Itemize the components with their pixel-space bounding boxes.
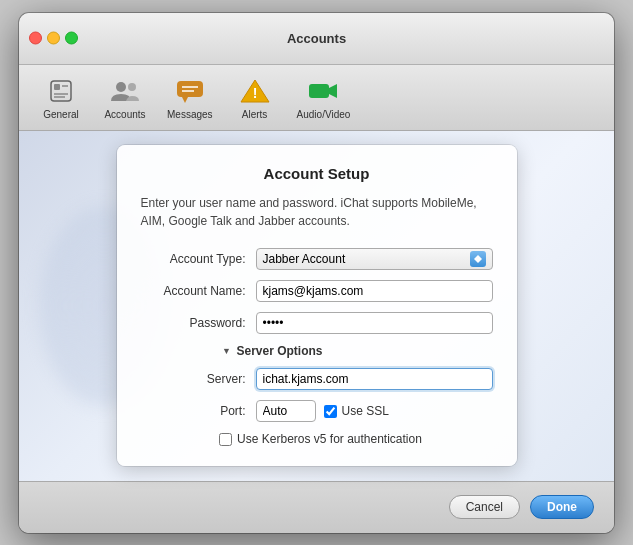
disclosure-triangle-icon: ▼: [221, 345, 233, 357]
account-type-value: Jabber Account: [263, 252, 470, 266]
account-name-input[interactable]: [256, 280, 493, 302]
window-title: Accounts: [287, 31, 346, 46]
kerberos-row: Use Kerberos v5 for authentication: [141, 432, 493, 446]
kerberos-checkbox[interactable]: [219, 433, 232, 446]
account-name-label: Account Name:: [141, 284, 256, 298]
svg-point-5: [116, 82, 126, 92]
audiovideo-icon: [307, 75, 339, 107]
server-label: Server:: [141, 372, 256, 386]
port-label: Port:: [141, 404, 256, 418]
server-options-toggle[interactable]: ▼ Server Options: [141, 344, 493, 358]
port-ssl-row: Port: Use SSL: [141, 400, 493, 422]
svg-rect-7: [177, 81, 203, 97]
svg-marker-15: [474, 255, 482, 259]
setup-title: Account Setup: [141, 165, 493, 182]
titlebar: Accounts: [19, 13, 614, 65]
toolbar-item-messages[interactable]: Messages: [159, 71, 221, 124]
svg-point-6: [128, 83, 136, 91]
maximize-button[interactable]: [65, 32, 78, 45]
password-input[interactable]: [256, 312, 493, 334]
password-label: Password:: [141, 316, 256, 330]
main-content: Account Setup Enter your user name and p…: [19, 131, 614, 481]
account-name-row: Account Name:: [141, 280, 493, 302]
svg-marker-14: [329, 84, 337, 98]
select-arrow-icon: [470, 251, 486, 267]
account-type-row: Account Type: Jabber Account: [141, 248, 493, 270]
setup-description: Enter your user name and password. iChat…: [141, 194, 493, 230]
kerberos-text: Use Kerberos v5 for authentication: [237, 432, 422, 446]
toolbar: General Accounts: [19, 65, 614, 131]
svg-rect-0: [51, 81, 71, 101]
port-input[interactable]: [256, 400, 316, 422]
toolbar-label-accounts: Accounts: [104, 109, 145, 120]
account-type-label: Account Type:: [141, 252, 256, 266]
svg-rect-13: [309, 84, 329, 98]
alerts-icon: !: [239, 75, 271, 107]
done-button[interactable]: Done: [530, 495, 594, 519]
close-button[interactable]: [29, 32, 42, 45]
bottom-bar: Cancel Done: [19, 481, 614, 533]
svg-marker-16: [474, 259, 482, 263]
use-ssl-label[interactable]: Use SSL: [324, 404, 389, 418]
main-window: Accounts General: [19, 13, 614, 533]
toolbar-item-accounts[interactable]: Accounts: [95, 71, 155, 124]
svg-marker-8: [182, 97, 188, 103]
cancel-button[interactable]: Cancel: [449, 495, 520, 519]
password-row: Password:: [141, 312, 493, 334]
server-row: Server:: [141, 368, 493, 390]
server-input[interactable]: [256, 368, 493, 390]
server-options-label: Server Options: [237, 344, 323, 358]
toolbar-label-general: General: [43, 109, 79, 120]
setup-card: Account Setup Enter your user name and p…: [117, 145, 517, 466]
use-ssl-text: Use SSL: [342, 404, 389, 418]
toolbar-label-audiovideo: Audio/Video: [297, 109, 351, 120]
toolbar-item-audiovideo[interactable]: Audio/Video: [289, 71, 359, 124]
toolbar-item-general[interactable]: General: [31, 71, 91, 124]
toolbar-label-alerts: Alerts: [242, 109, 268, 120]
toolbar-label-messages: Messages: [167, 109, 213, 120]
svg-text:!: !: [252, 85, 257, 101]
kerberos-label[interactable]: Use Kerberos v5 for authentication: [219, 432, 422, 446]
minimize-button[interactable]: [47, 32, 60, 45]
toolbar-item-alerts[interactable]: ! Alerts: [225, 71, 285, 124]
account-type-select[interactable]: Jabber Account: [256, 248, 493, 270]
svg-rect-1: [54, 84, 60, 90]
general-icon: [45, 75, 77, 107]
use-ssl-checkbox[interactable]: [324, 405, 337, 418]
accounts-icon: [109, 75, 141, 107]
messages-icon: [174, 75, 206, 107]
traffic-lights: [29, 32, 78, 45]
